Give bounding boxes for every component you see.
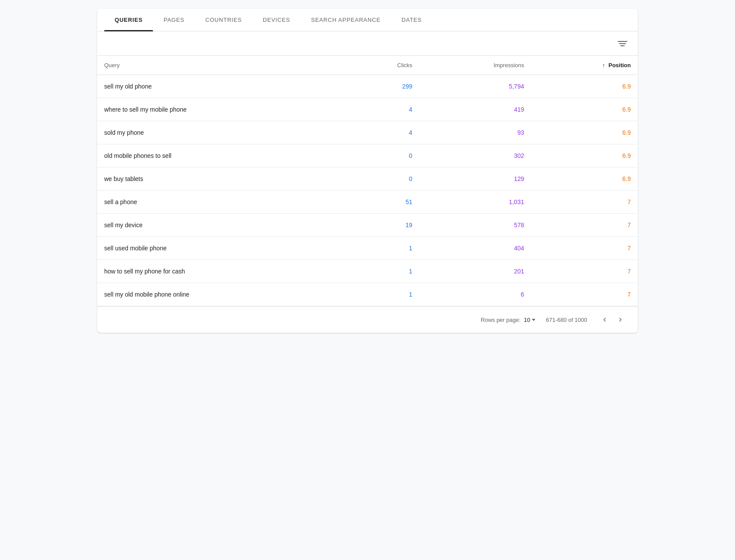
rows-per-page-label: Rows per page: <box>481 317 521 323</box>
cell-clicks: 1 <box>346 283 419 306</box>
cell-query[interactable]: where to sell my mobile phone <box>97 98 346 121</box>
next-page-button[interactable] <box>613 313 627 327</box>
cell-clicks: 299 <box>346 75 419 98</box>
cell-impressions: 1,031 <box>419 191 531 214</box>
page-info: 671-680 of 1000 <box>546 317 587 323</box>
tab-search-appearance[interactable]: SEARCH APPEARANCE <box>300 9 391 31</box>
cell-position: 6.9 <box>531 75 638 98</box>
cell-impressions: 404 <box>419 237 531 260</box>
table-row: sell used mobile phone14047 <box>97 237 638 260</box>
cell-position: 6.9 <box>531 121 638 144</box>
cell-position: 7 <box>531 191 638 214</box>
table-header-row: Query Clicks Impressions ↑ Position <box>97 56 638 75</box>
data-table: Query Clicks Impressions ↑ Position sell… <box>97 56 638 306</box>
sort-up-icon: ↑ <box>602 62 606 68</box>
cell-query[interactable]: sell my device <box>97 214 346 237</box>
rows-per-page-select[interactable]: 10 <box>524 317 535 323</box>
cell-clicks: 0 <box>346 144 419 167</box>
cell-query[interactable]: we buy tablets <box>97 167 346 191</box>
cell-clicks: 0 <box>346 167 419 191</box>
rows-per-page-container: Rows per page: 10 <box>481 317 536 323</box>
cell-impressions: 129 <box>419 167 531 191</box>
prev-page-button[interactable] <box>598 313 612 327</box>
cell-position: 7 <box>531 283 638 306</box>
table-row: sell a phone511,0317 <box>97 191 638 214</box>
table-row: sell my device195787 <box>97 214 638 237</box>
cell-impressions: 419 <box>419 98 531 121</box>
cell-position: 7 <box>531 237 638 260</box>
cell-position: 7 <box>531 214 638 237</box>
filter-button[interactable] <box>618 40 627 48</box>
cell-query[interactable]: sell a phone <box>97 191 346 214</box>
cell-query[interactable]: how to sell my phone for cash <box>97 260 346 283</box>
cell-position: 6.9 <box>531 98 638 121</box>
cell-query[interactable]: sell my old mobile phone online <box>97 283 346 306</box>
cell-impressions: 6 <box>419 283 531 306</box>
cell-impressions: 5,794 <box>419 75 531 98</box>
table-row: sold my phone4936.9 <box>97 121 638 144</box>
filter-bar <box>97 31 638 56</box>
tab-pages[interactable]: PAGES <box>153 9 195 31</box>
tab-countries[interactable]: COUNTRIES <box>195 9 252 31</box>
main-card: QUERIES PAGES COUNTRIES DEVICES SEARCH A… <box>97 9 638 333</box>
cell-query[interactable]: sold my phone <box>97 121 346 144</box>
table-row: sell my old phone2995,7946.9 <box>97 75 638 98</box>
tab-devices[interactable]: DEVICES <box>252 9 301 31</box>
cell-query[interactable]: sell my old phone <box>97 75 346 98</box>
tabs-bar: QUERIES PAGES COUNTRIES DEVICES SEARCH A… <box>97 9 638 31</box>
cell-clicks: 51 <box>346 191 419 214</box>
chevron-down-icon <box>532 319 535 321</box>
column-header-clicks: Clicks <box>346 56 419 75</box>
table-row: sell my old mobile phone online167 <box>97 283 638 306</box>
cell-position: 6.9 <box>531 167 638 191</box>
cell-impressions: 302 <box>419 144 531 167</box>
tab-dates[interactable]: DATES <box>391 9 432 31</box>
cell-query[interactable]: old mobile phones to sell <box>97 144 346 167</box>
rows-per-page-value: 10 <box>524 317 530 323</box>
cell-position: 7 <box>531 260 638 283</box>
table-row: old mobile phones to sell03026.9 <box>97 144 638 167</box>
page-nav-buttons <box>598 313 627 327</box>
table-row: where to sell my mobile phone44196.9 <box>97 98 638 121</box>
column-header-position[interactable]: ↑ Position <box>531 56 638 75</box>
cell-clicks: 4 <box>346 121 419 144</box>
table-row: we buy tablets01296.9 <box>97 167 638 191</box>
cell-clicks: 1 <box>346 237 419 260</box>
cell-clicks: 19 <box>346 214 419 237</box>
cell-impressions: 201 <box>419 260 531 283</box>
cell-clicks: 4 <box>346 98 419 121</box>
cell-impressions: 93 <box>419 121 531 144</box>
tab-queries[interactable]: QUERIES <box>104 9 153 31</box>
cell-position: 6.9 <box>531 144 638 167</box>
column-header-impressions: Impressions <box>419 56 531 75</box>
cell-impressions: 578 <box>419 214 531 237</box>
cell-query[interactable]: sell used mobile phone <box>97 237 346 260</box>
pagination-bar: Rows per page: 10 671-680 of 1000 <box>97 306 638 333</box>
table-row: how to sell my phone for cash12017 <box>97 260 638 283</box>
column-header-query: Query <box>97 56 346 75</box>
cell-clicks: 1 <box>346 260 419 283</box>
